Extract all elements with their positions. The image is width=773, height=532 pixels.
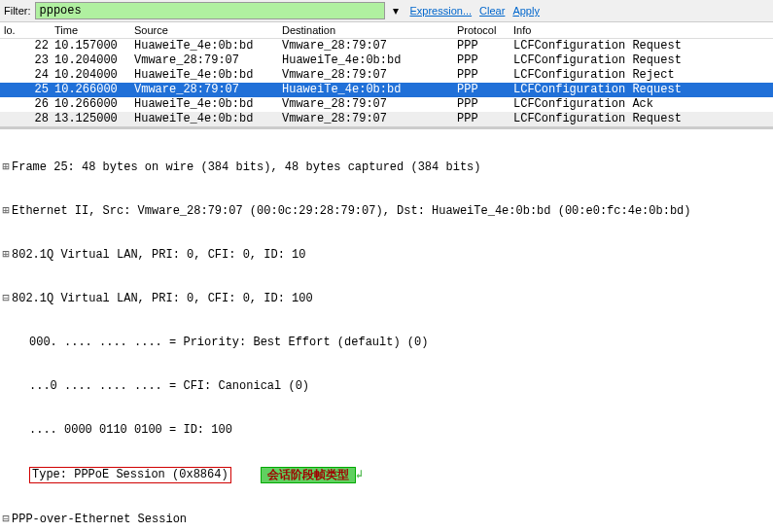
col-no[interactable]: lo.	[0, 24, 54, 36]
vlan2-type-box[interactable]: Type: PPPoE Session (0x8864)	[29, 467, 231, 483]
filter-bar: Filter: ▾ Expression... Clear Apply	[0, 0, 773, 22]
vlan2-priority[interactable]: 000. .... .... .... = Priority: Best Eff…	[29, 336, 428, 350]
packet-row[interactable]: 2813.125000HuaweiTe_4e:0b:bdVmware_28:79…	[0, 112, 773, 126]
packet-row[interactable]: 2210.157000HuaweiTe_4e:0b:bdVmware_28:79…	[0, 39, 773, 53]
frame-line[interactable]: Frame 25: 48 bytes on wire (384 bits), 4…	[12, 160, 480, 175]
filter-dropdown-icon[interactable]: ▾	[389, 4, 403, 18]
apply-link[interactable]: Apply	[512, 5, 540, 17]
vlan2-id[interactable]: .... 0000 0110 0100 = ID: 100	[29, 423, 232, 438]
packet-row[interactable]: 2510.266000Vmware_28:79:07HuaweiTe_4e:0b…	[0, 83, 773, 97]
col-time[interactable]: Time	[54, 24, 134, 36]
packet-list-header: lo. Time Source Destination Protocol Inf…	[0, 22, 773, 39]
packet-details: ⊞Frame 25: 48 bytes on wire (384 bits), …	[0, 126, 773, 532]
clear-link[interactable]: Clear	[479, 5, 505, 17]
collapse-icon[interactable]: ⊟	[0, 292, 12, 306]
col-protocol[interactable]: Protocol	[457, 24, 513, 36]
filter-label: Filter:	[4, 5, 31, 17]
pppoe-line[interactable]: PPP-over-Ethernet Session	[12, 513, 187, 527]
collapse-icon[interactable]: ⊟	[0, 513, 12, 527]
col-info[interactable]: Info	[513, 24, 773, 36]
expand-icon[interactable]: ⊞	[0, 204, 12, 219]
packet-list: lo. Time Source Destination Protocol Inf…	[0, 22, 773, 126]
packet-row[interactable]: 2610.266000HuaweiTe_4e:0b:bdVmware_28:79…	[0, 97, 773, 112]
arrow-icon: ↲	[356, 468, 363, 482]
note-type: 会话阶段帧类型	[261, 467, 356, 483]
eth-line[interactable]: Ethernet II, Src: Vmware_28:79:07 (00:0c…	[12, 204, 691, 219]
packet-row[interactable]: 2310.204000Vmware_28:79:07HuaweiTe_4e:0b…	[0, 53, 773, 68]
vlan2-cfi[interactable]: ...0 .... .... .... = CFI: Canonical (0)	[29, 379, 309, 394]
expand-icon[interactable]: ⊞	[0, 248, 12, 263]
vlan2-line[interactable]: 802.1Q Virtual LAN, PRI: 0, CFI: 0, ID: …	[12, 292, 313, 306]
expand-icon[interactable]: ⊞	[0, 160, 12, 175]
expression-link[interactable]: Expression...	[410, 5, 473, 17]
packet-row[interactable]: 2410.204000HuaweiTe_4e:0b:bdVmware_28:79…	[0, 68, 773, 83]
col-destination[interactable]: Destination	[282, 24, 457, 36]
col-source[interactable]: Source	[134, 24, 282, 36]
vlan1-line[interactable]: 802.1Q Virtual LAN, PRI: 0, CFI: 0, ID: …	[12, 248, 305, 263]
filter-input[interactable]	[35, 2, 385, 19]
